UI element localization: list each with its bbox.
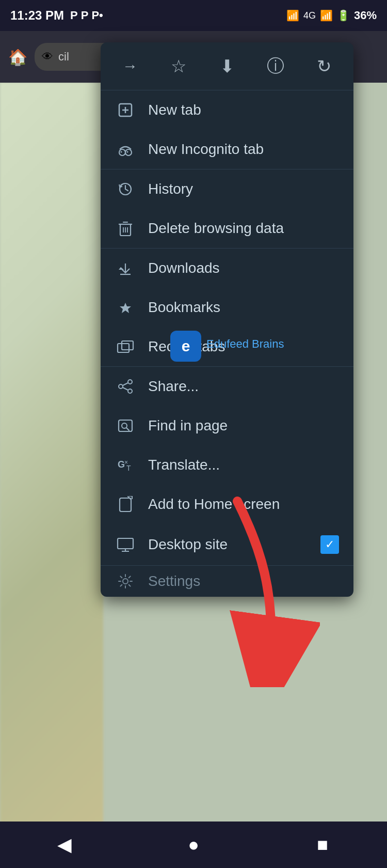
forward-button[interactable]: →	[116, 52, 144, 81]
svg-point-3	[119, 149, 125, 156]
desktop-site-checkbox[interactable]: ✓	[320, 535, 339, 554]
downloads-icon	[115, 260, 136, 276]
status-time: 11:23 PM	[10, 8, 64, 23]
bookmarks-label: Bookmarks	[148, 299, 339, 316]
svg-rect-16	[118, 344, 129, 352]
parking-icon-1: P	[70, 9, 78, 22]
menu-item-history[interactable]: History	[101, 169, 353, 209]
delete-browsing-icon	[115, 220, 136, 237]
svg-text:G: G	[118, 459, 125, 470]
home-button[interactable]: ●	[173, 824, 214, 865]
settings-label: Settings	[148, 573, 200, 590]
svg-line-25	[126, 428, 129, 430]
svg-line-21	[123, 383, 128, 385]
svg-point-19	[119, 384, 123, 389]
svg-point-18	[128, 380, 132, 384]
bookmarks-icon	[115, 300, 136, 315]
downloads-label: Downloads	[148, 260, 339, 276]
menu-item-new-tab[interactable]: New tab	[101, 90, 353, 130]
svg-point-4	[125, 149, 132, 156]
menu-item-share[interactable]: Share...	[101, 367, 353, 406]
recent-tabs-icon	[115, 339, 136, 354]
svg-point-20	[128, 389, 132, 393]
translate-label: Translate...	[148, 457, 339, 473]
menu-item-desktop-site[interactable]: Desktop site ✓	[101, 524, 353, 565]
svg-rect-33	[118, 538, 133, 549]
history-icon	[115, 181, 136, 197]
bookmark-button[interactable]: ☆	[164, 52, 193, 81]
delete-browsing-label: Delete browsing data	[148, 220, 339, 237]
menu-item-incognito[interactable]: New Incognito tab	[101, 130, 353, 169]
signal-icon: 📶	[286, 9, 299, 22]
signal-icon-2: 📶	[320, 9, 333, 22]
menu-item-downloads[interactable]: Downloads	[101, 249, 353, 288]
svg-marker-15	[120, 303, 131, 313]
add-home-icon	[115, 496, 136, 513]
svg-rect-17	[122, 341, 133, 350]
find-in-page-icon	[115, 418, 136, 433]
home-icon[interactable]: 🏠	[8, 48, 27, 66]
edufeed-icon: e	[170, 331, 201, 362]
4g-label: 4G	[303, 10, 316, 21]
menu-item-find-in-page[interactable]: Find in page	[101, 406, 353, 445]
nav-bar: ◀ ● ■	[0, 822, 387, 868]
desktop-site-label: Desktop site	[148, 536, 308, 553]
svg-line-22	[123, 388, 128, 390]
share-label: Share...	[148, 378, 339, 395]
translate-icon: G × T	[115, 457, 136, 473]
status-icons: 📶 4G 📶 🔋 36%	[286, 9, 377, 22]
incognito-icon	[115, 142, 136, 157]
incognito-label: New Incognito tab	[148, 141, 339, 158]
dropdown-menu: → ☆ ⬇ ⓘ ↻ New tab	[101, 42, 353, 597]
svg-rect-29	[120, 498, 131, 512]
svg-point-6	[127, 151, 128, 153]
reload-button[interactable]: ↻	[310, 52, 338, 81]
recents-button[interactable]: ■	[302, 824, 343, 865]
edufeed-text: Edufeed Brains	[206, 337, 284, 351]
menu-item-translate[interactable]: G × T Translate...	[101, 445, 353, 485]
menu-toolbar: → ☆ ⬇ ⓘ ↻	[101, 42, 353, 90]
download-button[interactable]: ⬇	[213, 52, 241, 81]
settings-icon	[115, 574, 136, 589]
new-tab-label: New tab	[148, 102, 339, 118]
history-label: History	[148, 181, 339, 197]
background-blur	[0, 83, 103, 868]
menu-item-settings-partial[interactable]: Settings	[101, 566, 353, 597]
url-text: cil	[58, 50, 69, 64]
new-tab-icon	[115, 102, 136, 118]
info-button[interactable]: ⓘ	[261, 52, 290, 81]
menu-item-bookmarks[interactable]: Bookmarks	[101, 288, 353, 327]
battery-icon: 🔋	[337, 9, 350, 22]
back-button[interactable]: ◀	[44, 824, 85, 865]
menu-item-add-home[interactable]: Add to Home screen	[101, 485, 353, 524]
svg-point-36	[123, 579, 128, 584]
svg-text:T: T	[126, 464, 131, 472]
find-in-page-label: Find in page	[148, 417, 339, 434]
svg-rect-23	[119, 420, 132, 431]
private-icon: 👁	[42, 50, 53, 64]
parking-icon-2: P	[81, 9, 89, 22]
desktop-site-icon	[115, 537, 136, 552]
status-bar: 11:23 PM P P P• 📶 4G 📶 🔋 36%	[0, 0, 387, 31]
menu-item-delete-browsing[interactable]: Delete browsing data	[101, 209, 353, 248]
parking-icon-3: P•	[91, 9, 103, 22]
svg-point-5	[121, 151, 122, 153]
checkmark-icon: ✓	[325, 538, 334, 551]
edufeed-letter: e	[182, 337, 190, 355]
share-icon	[115, 379, 136, 394]
add-home-label: Add to Home screen	[148, 496, 339, 513]
battery-level: 36%	[354, 9, 377, 22]
